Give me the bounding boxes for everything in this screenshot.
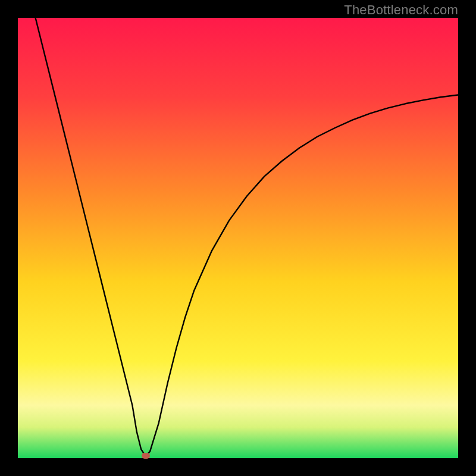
- watermark-text: TheBottleneck.com: [344, 2, 458, 18]
- chart-stage: TheBottleneck.com: [0, 0, 476, 476]
- bottleneck-curve: [18, 18, 458, 458]
- plot-area: [18, 18, 458, 458]
- marker-dot: [142, 453, 150, 459]
